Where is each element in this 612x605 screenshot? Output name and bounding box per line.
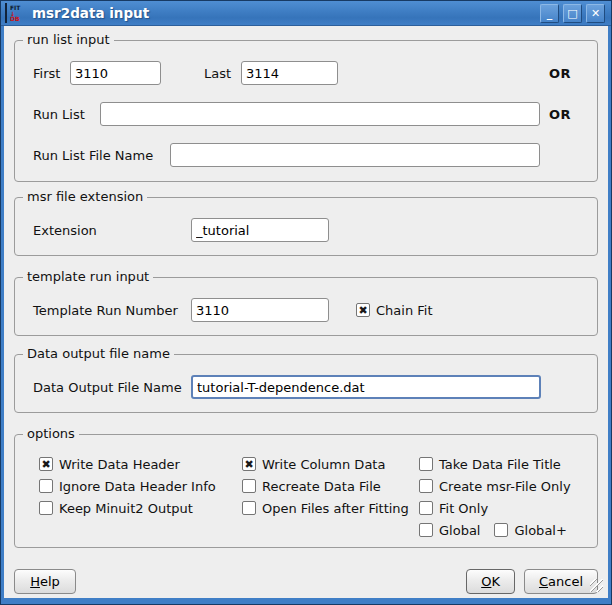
app-icon-db-text: DB	[10, 16, 20, 22]
help-button[interactable]: Help	[14, 569, 76, 594]
last-label: Last	[204, 66, 241, 81]
option-label: Ignore Data Header Info	[59, 479, 216, 494]
resize-grip[interactable]	[590, 579, 603, 592]
run-list-input[interactable]	[100, 102, 540, 126]
option-write-data-header[interactable]: ✖ Write Data Header	[39, 453, 242, 475]
group-legend: msr file extension	[23, 189, 147, 204]
or-label: OR	[549, 107, 571, 122]
option-create-msr-file-only[interactable]: Create msr-File Only	[419, 475, 587, 497]
run-list-label: Run List	[33, 107, 100, 122]
maximize-icon[interactable]: □	[563, 4, 582, 23]
ok-accel: O	[481, 574, 491, 589]
option-label: Open Files after Fitting	[262, 501, 409, 516]
checkbox-box-icon[interactable]: ✖	[242, 457, 256, 471]
cancel-button[interactable]: Cancel	[524, 569, 598, 594]
button-row: Help OK Cancel	[14, 569, 598, 594]
first-label: First	[33, 66, 70, 81]
ok-button[interactable]: OK	[466, 569, 515, 594]
option-keep-minuit2-output[interactable]: Keep Minuit2 Output	[39, 497, 242, 519]
extension-input[interactable]	[191, 218, 329, 242]
group-template-run-input: template run input Template Run Number ✖…	[14, 277, 598, 336]
option-label: Recreate Data File	[262, 479, 381, 494]
checkbox-box-icon[interactable]	[419, 479, 433, 493]
ok-rest: K	[491, 574, 500, 589]
option-write-column-data[interactable]: ✖ Write Column Data	[242, 453, 419, 475]
group-options: options ✖ Write Data Header Ignore Data …	[14, 434, 598, 548]
checkbox-box-icon[interactable]	[419, 501, 433, 515]
window-controls: _ □ ✕	[540, 4, 605, 23]
checkbox-box-icon[interactable]	[419, 523, 433, 537]
option-global-plus[interactable]: Global+	[494, 519, 566, 541]
window-title: msr2data input	[32, 5, 540, 21]
group-run-list-input: run list input First Last OR Run List OR…	[14, 40, 598, 182]
option-recreate-data-file[interactable]: Recreate Data File	[242, 475, 419, 497]
checkbox-box-icon[interactable]	[419, 457, 433, 471]
group-msr-file-extension: msr file extension Extension	[14, 197, 598, 256]
option-fit-only[interactable]: Fit Only	[419, 497, 587, 519]
option-global[interactable]: Global	[419, 519, 480, 541]
first-run-input[interactable]	[70, 61, 161, 85]
option-label: Global	[439, 523, 480, 538]
msr2data-dialog-window: FIT ↓ DB msr2data input _ □ ✕ run list i…	[0, 0, 612, 605]
chain-fit-label: Chain Fit	[376, 303, 433, 318]
option-label: Global+	[514, 523, 566, 538]
option-open-files-after-fitting[interactable]: Open Files after Fitting	[242, 497, 419, 519]
data-output-file-name-label: Data Output File Name	[33, 380, 191, 395]
template-run-number-input[interactable]	[191, 298, 329, 322]
close-icon[interactable]: ✕	[586, 4, 605, 23]
option-ignore-data-header-info[interactable]: Ignore Data Header Info	[39, 475, 242, 497]
option-label: Fit Only	[439, 501, 488, 516]
titlebar[interactable]: FIT ↓ DB msr2data input _ □ ✕	[1, 1, 611, 26]
group-data-output-file-name: Data output file name Data Output File N…	[14, 354, 598, 413]
extension-label: Extension	[33, 223, 191, 238]
run-list-file-name-label: Run List File Name	[33, 148, 170, 163]
checkbox-box-icon[interactable]	[39, 501, 53, 515]
msr2data-app-icon: FIT ↓ DB	[5, 3, 25, 23]
options-column-1: ✖ Write Data Header Ignore Data Header I…	[39, 453, 242, 541]
options-column-3: Take Data File Title Create msr-File Onl…	[419, 453, 587, 541]
checkbox-box-icon[interactable]: ✖	[356, 303, 370, 317]
help-rest: elp	[40, 574, 60, 589]
checkbox-box-icon[interactable]	[242, 479, 256, 493]
option-label: Keep Minuit2 Output	[59, 501, 193, 516]
run-list-file-name-input[interactable]	[170, 143, 540, 167]
group-legend: options	[23, 426, 79, 441]
checkbox-box-icon[interactable]	[494, 523, 508, 537]
option-label: Take Data File Title	[439, 457, 561, 472]
dialog-content: run list input First Last OR Run List OR…	[4, 26, 608, 598]
checkbox-box-icon[interactable]	[39, 479, 53, 493]
group-legend: Data output file name	[23, 346, 174, 361]
template-run-number-label: Template Run Number	[33, 303, 191, 318]
help-accel: H	[30, 574, 40, 589]
minimize-icon[interactable]: _	[540, 4, 559, 23]
data-output-file-name-input[interactable]	[191, 375, 541, 399]
option-take-data-file-title[interactable]: Take Data File Title	[419, 453, 587, 475]
cancel-accel: C	[539, 574, 548, 589]
option-label: Write Column Data	[262, 457, 385, 472]
options-column-2: ✖ Write Column Data Recreate Data File O…	[242, 453, 419, 541]
group-legend: template run input	[23, 269, 153, 284]
last-run-input[interactable]	[241, 61, 338, 85]
chain-fit-checkbox[interactable]: ✖ Chain Fit	[356, 299, 433, 321]
group-legend: run list input	[23, 32, 114, 47]
checkbox-box-icon[interactable]	[242, 501, 256, 515]
checkbox-box-icon[interactable]: ✖	[39, 457, 53, 471]
option-label: Write Data Header	[59, 457, 180, 472]
or-label: OR	[549, 66, 571, 81]
cancel-rest: ancel	[548, 574, 583, 589]
option-label: Create msr-File Only	[439, 479, 571, 494]
